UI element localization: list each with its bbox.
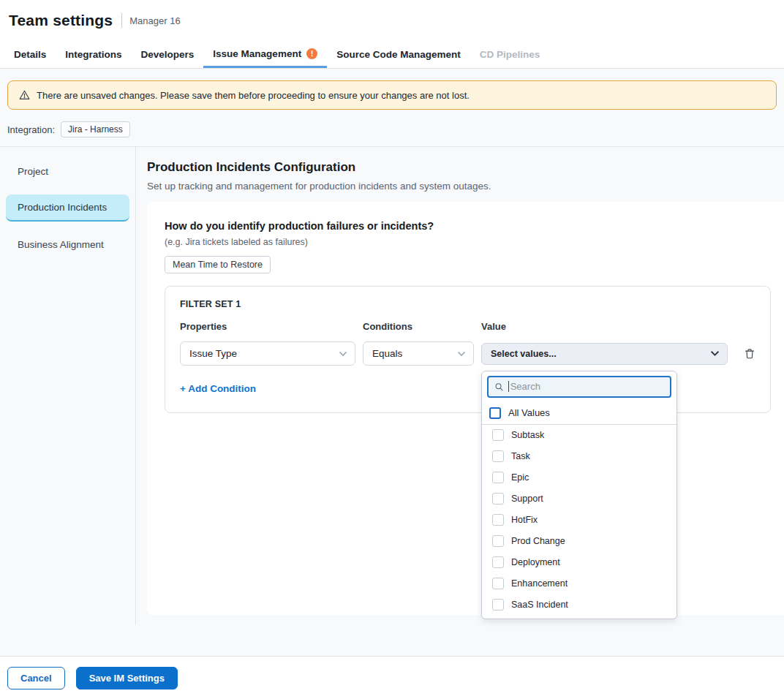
option-subtask[interactable]: Subtask	[482, 425, 676, 446]
config-sidebar: Project Production Incidents Business Al…	[0, 147, 136, 624]
option-label: Subtask	[511, 430, 544, 440]
filter-set-title: FILTER SET 1	[180, 299, 755, 309]
team-name-label: Manager 16	[129, 15, 180, 26]
integration-row: Integration: Jira - Harness	[0, 120, 784, 146]
sidebar-item-business-alignment[interactable]: Business Alignment	[6, 232, 129, 257]
dropdown-search-box	[487, 376, 671, 398]
option-support[interactable]: Support	[482, 488, 676, 510]
option-label: HotFix	[511, 515, 538, 525]
filter-set-1: FILTER SET 1 Properties Conditions Value…	[165, 286, 771, 413]
metric-chip-mttr[interactable]: Mean Time to Restore	[165, 256, 271, 273]
option-prod-change[interactable]: Prod Change	[482, 531, 676, 552]
checkbox[interactable]	[492, 472, 504, 483]
option-deployment[interactable]: Deployment	[482, 552, 676, 573]
title-divider	[121, 13, 122, 28]
identify-question: How do you identify production failures …	[165, 220, 771, 232]
option-label: Task	[511, 451, 530, 461]
config-main: Production Incidents Configuration Set u…	[136, 147, 784, 624]
tab-issue-management-label: Issue Management	[213, 48, 301, 59]
filter-column-headers: Properties Conditions Value	[180, 321, 755, 332]
page-title: Team settings	[9, 12, 113, 29]
tab-integrations[interactable]: Integrations	[56, 41, 131, 68]
property-select-value: Issue Type	[189, 348, 237, 359]
checkbox[interactable]	[492, 599, 504, 611]
chevron-down-icon	[710, 350, 720, 357]
trash-icon	[744, 347, 755, 360]
section-title: Production Incidents Configuration	[147, 160, 784, 175]
value-multiselect-dropdown: All Values Subtask Task Epic Support Hot…	[481, 371, 677, 619]
unsaved-alert-icon: !	[306, 48, 317, 59]
option-enhancement[interactable]: Enhancement	[482, 573, 676, 594]
condition-select-value: Equals	[372, 348, 402, 359]
checkbox[interactable]	[492, 493, 504, 505]
chevron-down-icon	[339, 351, 347, 357]
checkbox[interactable]	[492, 556, 504, 568]
identify-hint: (e.g. Jira tickets labeled as failures)	[165, 237, 771, 247]
tab-developers[interactable]: Developers	[132, 41, 204, 68]
incidents-config-card: How do you identify production failures …	[147, 202, 784, 615]
checkbox[interactable]	[492, 514, 504, 526]
chevron-down-icon	[457, 351, 466, 357]
option-label: Support	[511, 494, 543, 504]
option-task[interactable]: Task	[482, 446, 676, 467]
option-label: Epic	[511, 472, 529, 483]
tab-cd-pipelines-label: CD Pipelines	[480, 49, 540, 60]
integration-label: Integration:	[7, 124, 55, 135]
option-all-values[interactable]: All Values	[482, 402, 676, 425]
delete-filter-row-button[interactable]	[744, 347, 755, 360]
tab-developers-label: Developers	[141, 49, 195, 60]
checkbox[interactable]	[492, 450, 504, 462]
properties-column-label: Properties	[180, 321, 355, 332]
integration-chip[interactable]: Jira - Harness	[61, 121, 130, 137]
checkbox[interactable]	[492, 535, 504, 547]
add-condition-button[interactable]: + Add Condition	[180, 383, 256, 394]
section-subtitle: Set up tracking and management for produ…	[147, 181, 784, 192]
save-im-settings-button[interactable]: Save IM Settings	[76, 667, 178, 689]
tab-source-code-management[interactable]: Source Code Management	[327, 41, 470, 68]
filter-row: Issue Type Equals Select values...	[180, 341, 755, 366]
option-label: Prod Change	[511, 536, 565, 546]
option-hotfix[interactable]: HotFix	[482, 510, 676, 531]
value-column-label: Value	[481, 321, 728, 332]
warning-triangle-icon	[18, 89, 31, 101]
option-label: SaaS Incident	[511, 600, 568, 610]
banner-text: There are unsaved changes. Please save t…	[37, 90, 470, 101]
all-values-label: All Values	[508, 407, 550, 418]
tab-issue-management[interactable]: Issue Management !	[203, 41, 327, 68]
option-saas-incident[interactable]: SaaS Incident	[482, 594, 676, 616]
tab-details-label: Details	[14, 49, 46, 60]
option-customer-notification[interactable]: Customer Notification	[482, 616, 676, 619]
dropdown-search-input[interactable]	[510, 381, 664, 392]
conditions-column-label: Conditions	[363, 321, 474, 332]
value-select-placeholder: Select values...	[491, 349, 557, 359]
sidebar-item-project[interactable]: Project	[6, 159, 129, 184]
sidebar-item-production-incidents[interactable]: Production Incidents	[6, 194, 129, 222]
property-select[interactable]: Issue Type	[180, 341, 355, 366]
unsaved-changes-banner: There are unsaved changes. Please save t…	[7, 80, 777, 110]
dropdown-search-wrap	[482, 371, 676, 402]
tab-source-code-management-label: Source Code Management	[336, 49, 461, 60]
cancel-button[interactable]: Cancel	[7, 667, 65, 689]
tab-details[interactable]: Details	[4, 41, 56, 68]
settings-tabbar: Details Integrations Developers Issue Ma…	[0, 41, 784, 69]
option-label: Deployment	[511, 557, 560, 567]
search-icon	[494, 382, 504, 392]
text-cursor	[508, 381, 509, 392]
condition-select[interactable]: Equals	[363, 341, 474, 366]
option-epic[interactable]: Epic	[482, 467, 676, 488]
tab-integrations-label: Integrations	[65, 49, 121, 60]
value-select[interactable]: Select values...	[481, 343, 728, 365]
footer-actions: Cancel Save IM Settings	[0, 656, 784, 699]
tab-cd-pipelines[interactable]: CD Pipelines	[470, 41, 550, 68]
value-select-wrap: Select values...	[481, 343, 728, 365]
checkbox[interactable]	[492, 578, 504, 589]
checkbox[interactable]	[492, 429, 504, 441]
settings-columns: Project Production Incidents Business Al…	[0, 147, 784, 624]
option-label: Enhancement	[511, 578, 568, 589]
all-values-checkbox[interactable]	[489, 407, 501, 419]
page-header: Team settings Manager 16	[0, 0, 784, 41]
content-area: There are unsaved changes. Please save t…	[0, 69, 784, 656]
